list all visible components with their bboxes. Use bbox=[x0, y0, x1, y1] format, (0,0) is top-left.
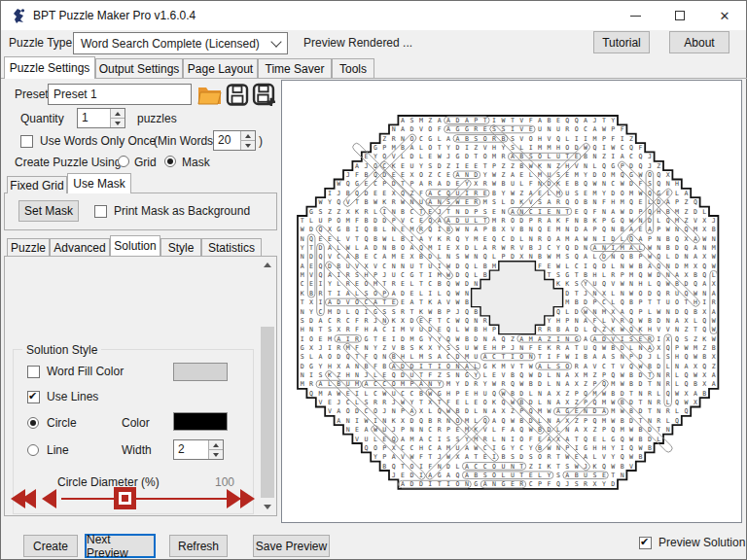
mask-radio[interactable] bbox=[164, 156, 176, 167]
next-preview-button[interactable]: Next Preview bbox=[85, 534, 156, 558]
minimize-button[interactable] bbox=[613, 1, 658, 30]
slider-fast-left-icon[interactable] bbox=[21, 489, 36, 508]
tab-time-saver[interactable]: Time Saver bbox=[258, 58, 332, 78]
color-label: Color bbox=[122, 416, 150, 431]
preview-solution-checkbox[interactable] bbox=[639, 537, 652, 549]
tab-advanced[interactable]: Advanced bbox=[50, 238, 110, 256]
window-title: BPT Puzzle Maker Pro v1.6.0.4 bbox=[33, 9, 196, 22]
width-label: Width bbox=[122, 443, 152, 458]
slider-track[interactable] bbox=[61, 498, 242, 500]
word-fill-color-checkbox[interactable] bbox=[27, 366, 40, 378]
tab-solution[interactable]: Solution bbox=[110, 235, 160, 256]
folder-icon bbox=[196, 83, 223, 107]
spinner-arrows-icon[interactable] bbox=[240, 131, 255, 150]
preset-label: Preset bbox=[15, 88, 49, 102]
settings-scrollbar[interactable] bbox=[260, 257, 275, 515]
scrollbar-thumb[interactable] bbox=[261, 327, 274, 498]
slider-handle[interactable] bbox=[114, 487, 136, 509]
maximize-icon bbox=[675, 11, 685, 20]
set-mask-button[interactable]: Set Mask bbox=[18, 200, 79, 222]
puzzle-type-value: Word Search Complete (Licensed) bbox=[81, 37, 260, 51]
minimize-icon bbox=[630, 16, 641, 17]
min-words-close-paren: ) bbox=[259, 134, 263, 149]
svg-text:JFBQDEEXOZCEANDYWZAELMUSEMYDOM: JFBQDEEXOZCEANDYWZAELMUSEMYDOMQGWOQX bbox=[346, 171, 670, 179]
line-width-value: 2 bbox=[174, 440, 208, 459]
svg-text:NEAWUJPNNCRPEMKVLFAQWBDLNAXZPQ: NEAWUJPNNCRPEMKVLFAQWBDLNAXZPQMWBDTN bbox=[346, 426, 670, 434]
mask-radio-label: Mask bbox=[182, 156, 210, 170]
quantity-stepper[interactable]: 1 bbox=[77, 108, 125, 128]
tab-statistics[interactable]: Statistics bbox=[201, 238, 262, 256]
svg-text:QMAWEILCWUCCBWGHPEHUQWBDLNAXZP: QMAWEILCWUCCBWGHPEHUQWBDLNAXZPQMWBDTNRLQ… bbox=[309, 390, 706, 398]
tab-page-layout[interactable]: Page Layout bbox=[183, 58, 258, 78]
puzzle-type-label: Puzzle Type bbox=[9, 36, 72, 51]
svg-text:NQEELVTQBWLBIAYKRQYMEQCDLNROAM: NQEELVTQBWLBIAYKRQYMEQCDLNROAMAWNIDLQAPN… bbox=[301, 235, 716, 243]
circle-radio[interactable] bbox=[27, 417, 39, 429]
tutorial-button[interactable]: Tutorial bbox=[593, 31, 650, 53]
word-fill-color-label: Word Fill Color bbox=[47, 365, 124, 379]
tab-style[interactable]: Style bbox=[160, 238, 201, 256]
title-bar: BPT Puzzle Maker Pro v1.6.0.4 ✕ bbox=[1, 1, 746, 30]
tab-puzzle[interactable]: Puzzle bbox=[7, 238, 50, 256]
preset-input[interactable]: Preset 1 bbox=[48, 84, 192, 105]
tab-use-mask[interactable]: Use Mask bbox=[67, 173, 131, 193]
tab-tools[interactable]: Tools bbox=[332, 58, 374, 78]
tab-output-settings[interactable]: Output Settings bbox=[95, 58, 183, 78]
quantity-label: Quantity bbox=[20, 112, 64, 126]
word-search-preview: ASMZAADAPTIWTVFABEQQAJTYNADVOFAGGRESSIVE… bbox=[282, 81, 741, 522]
svg-text:VULEQAMACISSYMRLNIOFEAXATQELGQ: VULEQAMACISSYMRLNIOFEAXATQELGQWBDL bbox=[355, 436, 660, 443]
use-words-once-checkbox[interactable] bbox=[20, 135, 33, 148]
tab-fixed-grid[interactable]: Fixed Grid bbox=[7, 176, 67, 193]
open-preset-button[interactable] bbox=[196, 83, 223, 107]
circle-radio-label: Circle bbox=[47, 416, 77, 431]
save-preset-button[interactable] bbox=[226, 83, 249, 107]
svg-text:JEDIAGAQABSOLUTELYSABUSETN: JEDIAGAQABSOLUTELYSABUSETN bbox=[392, 472, 624, 479]
circle-diameter-slider[interactable] bbox=[9, 487, 256, 510]
app-icon bbox=[12, 8, 27, 23]
create-button[interactable]: Create bbox=[23, 535, 78, 557]
save-preset-as-button[interactable] bbox=[252, 83, 276, 107]
tab-puzzle-settings[interactable]: Puzzle Settings bbox=[4, 56, 95, 79]
min-words-value: 20 bbox=[214, 131, 240, 150]
chevron-down-icon bbox=[270, 36, 281, 47]
use-lines-checkbox[interactable] bbox=[27, 391, 40, 403]
svg-text:ASMZAADAPTIWTVFABEQQAJTY: ASMZAADAPTIWTVFABEQQAJTY bbox=[401, 117, 615, 124]
spinner-arrows-icon[interactable] bbox=[208, 440, 223, 459]
svg-text:NADVOFAGGRESSIVEUNUROCAWPF: NADVOFAGGRESSIVEUNUROCAWPF bbox=[392, 125, 624, 133]
refresh-button[interactable]: Refresh bbox=[169, 535, 228, 557]
circle-color-swatch[interactable] bbox=[173, 412, 228, 431]
svg-text:DGYHXANBFBADDITIONALGKMVTWALSO: DGYHXANBFBADDITIONALGKMVTWALSORAVCTVQWBD… bbox=[301, 363, 716, 370]
maximize-button[interactable] bbox=[658, 1, 702, 30]
spinner-arrows-icon[interactable] bbox=[110, 109, 124, 127]
svg-text:IJBQDEEXQZFACQUIREBYWZAELMUSEM: IJBQDEEXQZFACQUIREBYWZAELMUSEMYDOMWQGELA bbox=[328, 190, 689, 197]
save-preview-button[interactable]: Save Preview bbox=[253, 535, 330, 557]
puzzle-type-dropdown[interactable]: Word Search Complete (Licensed) bbox=[73, 32, 288, 54]
about-button[interactable]: About bbox=[669, 31, 729, 53]
min-words-stepper[interactable]: 20 bbox=[213, 130, 256, 151]
use-lines-label: Use Lines bbox=[47, 390, 98, 404]
line-radio[interactable] bbox=[27, 444, 39, 456]
word-fill-swatch[interactable] bbox=[173, 363, 228, 381]
svg-text:YTDALWLADNBOAQMIEXDLARWRVBJCYQ: YTDALWLADNBOAQMIEXDLARWRVBJCYQDNANIMALWN… bbox=[301, 244, 716, 252]
slider-step-right-icon[interactable] bbox=[227, 489, 241, 508]
scroll-up-icon[interactable] bbox=[260, 257, 275, 273]
close-button[interactable]: ✕ bbox=[702, 1, 747, 30]
quantity-value: 1 bbox=[78, 109, 110, 127]
svg-text:ADDITIONGANGERCPFQJSRXYD: ADDITIONGANGERCPFQJSRXYD bbox=[401, 480, 615, 488]
puzzle-preview-panel: ASMZAADAPTIWTVFABEQQAJTYNADVOFAGGRESSIVE… bbox=[281, 80, 742, 523]
close-icon: ✕ bbox=[720, 10, 730, 22]
slider-step-left-icon[interactable] bbox=[42, 489, 56, 508]
create-using-label: Create Puzzle Using: bbox=[15, 156, 124, 170]
svg-text:YPAVWFTJWXATEIBSDSORTWEALVYQWB: YPAVWFTJWXATEIBSDSORTWEALVYQWB bbox=[374, 453, 643, 461]
grid-radio[interactable] bbox=[118, 156, 129, 167]
save-icon bbox=[226, 83, 249, 107]
main-tab-baseline bbox=[1, 78, 747, 79]
solution-style-title: Solution Style bbox=[22, 343, 101, 357]
print-mask-checkbox[interactable] bbox=[94, 205, 107, 218]
svg-text:ANIWINKXDQBRNOMLQAQWBDLNAXZPQM: ANIWINKXDQBRNOMLQAQWBDLNAXZPQMWBDTNRLQ bbox=[337, 417, 679, 425]
grid-radio-label: Grid bbox=[134, 156, 157, 170]
line-width-stepper[interactable]: 2 bbox=[173, 439, 224, 460]
scroll-down-icon[interactable] bbox=[260, 499, 275, 515]
min-words-label: (Min Words: bbox=[154, 134, 216, 149]
svg-text:NDQVCABECAMEXBDLNSWNQLPDXNBWMS: NDQVCABECAMEXBDLNSWNQLPDXNBWMSQALDNQBPWQ… bbox=[301, 253, 716, 261]
slider-fast-right-icon[interactable] bbox=[240, 489, 255, 508]
